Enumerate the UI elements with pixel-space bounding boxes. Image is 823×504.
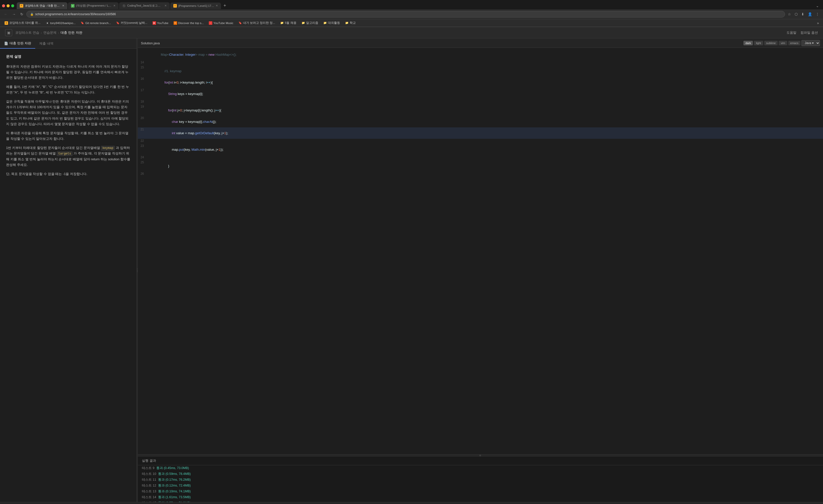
tab-favicon-2: V xyxy=(71,4,74,8)
breadcrumb-item-2[interactable]: 연습문제 xyxy=(43,30,56,35)
line-num-15: 15 xyxy=(138,66,148,69)
download-button[interactable]: ⬇ xyxy=(800,11,806,17)
bookmark-label-3: Git remote branch... xyxy=(85,21,111,25)
forward-button[interactable]: → xyxy=(11,11,17,17)
s-math: Math xyxy=(192,148,199,152)
bookmark-yt-music[interactable]: ♪ YouTube Music xyxy=(207,20,235,26)
line-num-23: 23 xyxy=(138,144,148,148)
tab-title-1: 코딩테스트 연습 - 대충 만든 자판 xyxy=(25,4,60,8)
tab-submissions[interactable]: 제출 내역 xyxy=(35,38,57,48)
code-line-24: 24 xyxy=(138,155,823,160)
help-button[interactable]: 도움말 xyxy=(787,30,796,35)
bookmark-star-button[interactable]: ☆ xyxy=(787,11,792,17)
menu-button[interactable]: ⋮ xyxy=(814,11,820,17)
theme-light-button[interactable]: light xyxy=(754,41,763,45)
breadcrumb-item-1[interactable]: 코딩테스트 연습 xyxy=(15,30,39,35)
tab-overflow-button[interactable]: ⌄ xyxy=(814,3,821,9)
s2: Integer xyxy=(185,53,195,56)
bookmark-4[interactable]: 🔖 커밋(commit) 날짜... xyxy=(114,20,150,26)
line-content-23: map.put(key, Math.min(value, j+1)); xyxy=(148,144,823,155)
back-button[interactable]: ← xyxy=(3,11,9,17)
bookmark-3[interactable]: 🔖 Git remote branch... xyxy=(78,20,113,25)
editor-panel: Solution.java dark light sublime vim ema… xyxy=(138,38,823,502)
s-var-i: i= xyxy=(173,80,176,84)
maximize-button[interactable] xyxy=(11,4,14,7)
panel-divider-horizontal[interactable]: ≡ xyxy=(138,454,823,456)
minimize-button[interactable] xyxy=(7,4,10,7)
s-min: min xyxy=(200,148,205,152)
bookmark-label-notes: 내가 보려고 정리한 정... xyxy=(243,21,275,25)
bookmark-label-may: 5월 채용 xyxy=(285,21,297,25)
address-bar[interactable]: 🔒 school.programmers.co.kr/learn/courses… xyxy=(26,11,785,17)
tab-close-3[interactable]: ✕ xyxy=(164,4,167,7)
code-editor[interactable]: Map<Character, Integer> map = new HashMa… xyxy=(138,48,823,454)
code-line-16: 16 for(int i=0; i<keymap.length; i++){ xyxy=(138,77,823,88)
tab-4[interactable]: V [Programmers / Level1] 1788... ✕ xyxy=(170,3,221,9)
s-close2: )); xyxy=(220,148,223,152)
s-int-kw: int xyxy=(170,80,173,84)
bookmark-folder-school[interactable]: 📁 학교 xyxy=(343,20,358,26)
nav-actions: ☆ ⬡ ⬇ 👤 ⋮ xyxy=(787,11,820,17)
bookmark-youtube[interactable]: ▶ YouTube xyxy=(151,20,171,26)
bookmark-folder-may[interactable]: 📁 5월 채용 xyxy=(278,20,299,26)
bookmark-5[interactable]: D Discover the top s... xyxy=(172,20,206,26)
bookmark-notes[interactable]: 🔖 내가 보려고 정리한 정... xyxy=(236,20,277,26)
bookmark-1[interactable]: ● 코딩테스트 대비를 위... xyxy=(3,20,42,26)
line-num-22: 22 xyxy=(138,139,148,143)
tab-bar: P 코딩테스트 연습 - 대충 만든 자판 ✕ V (작성중) [Program… xyxy=(0,0,823,9)
s-op: ++ xyxy=(207,80,210,84)
tab-title-3: CodingTest_Java/프로그래머스/... xyxy=(127,4,163,8)
theme-sublime-button[interactable]: sublime xyxy=(764,41,778,45)
language-select[interactable]: Java ▾ xyxy=(802,40,820,46)
breadcrumb-sep-1: › xyxy=(41,31,42,35)
tab-close-2[interactable]: ✕ xyxy=(113,4,116,7)
tab-3[interactable]: ⚫ CodingTest_Java/프로그래머스/... ✕ xyxy=(119,2,170,9)
result-num-9: 테스트 9 xyxy=(142,466,154,470)
tab-close-1[interactable]: ✕ xyxy=(62,4,64,7)
theme-dark-button[interactable]: dark xyxy=(744,41,753,45)
bookmark-label-youtube: YouTube xyxy=(157,21,168,25)
reload-button[interactable]: ↻ xyxy=(19,11,25,17)
code-line-21: 21 int value = map.getOrDefault(key, j+1… xyxy=(138,128,823,139)
editor-filename: Solution.java xyxy=(141,41,743,45)
s-for2: for xyxy=(157,108,172,112)
app-header: ▣ 코딩테스트 연습 › 연습문제 › 대충 만든 자판 도움말 컴파일 옵션 xyxy=(0,27,823,38)
result-num-12: 테스트 12 xyxy=(142,484,156,487)
tab-problem[interactable]: 📄 대충 만든 자판 xyxy=(0,38,35,49)
compiler-options-button[interactable]: 컴파일 옵션 xyxy=(800,30,818,35)
line-content-22 xyxy=(148,139,823,143)
tab-2[interactable]: V (작성중) [Programmers / Level... ✕ xyxy=(68,2,119,9)
s-putargs: (key, xyxy=(184,148,192,152)
result-label-9: 통과 (0.45ms, 73.0MB) xyxy=(156,466,189,470)
bookmark-folder-algo[interactable]: 📁 알고리즘 xyxy=(300,20,320,26)
new-tab-button[interactable]: + xyxy=(221,2,228,9)
bookmark-label-4: 커밋(commit) 날짜... xyxy=(121,21,148,25)
result-item-15: 테스트 15 통과 (3.57ms, 71.3MB) xyxy=(138,500,823,502)
line-content-25: } xyxy=(148,160,823,172)
s-getOrDefault: getOrDefault xyxy=(195,131,214,135)
line-num-21: 21 xyxy=(138,128,148,131)
s-keys: keys = keymap[i]; xyxy=(177,92,203,96)
problem-para-6: 단, 목표 문자열을 작성할 수 없을 때는 -1을 저장합니다. xyxy=(6,171,131,177)
lock-icon: 🔒 xyxy=(30,13,34,16)
line-num-17: 17 xyxy=(138,88,148,92)
theme-vim-button[interactable]: vim xyxy=(779,41,787,45)
line-content-17: String keys = keymap[i]; xyxy=(148,88,823,99)
code-line-15: 15 //1. keymap xyxy=(138,65,823,77)
bookmark-folder-activity[interactable]: 📁 대외활동 xyxy=(321,20,342,26)
tab-close-4[interactable]: ✕ xyxy=(216,4,218,7)
result-num-11: 테스트 11 xyxy=(142,478,156,481)
line-num-25: 25 xyxy=(138,161,148,164)
extension-button[interactable]: ⬡ xyxy=(793,11,799,17)
s-minargs: (value, j+ xyxy=(205,148,218,152)
bookmark-2[interactable]: ● tony9402/baekjoo... xyxy=(43,20,77,26)
panel-divider-vertical[interactable] xyxy=(137,38,138,502)
problem-text: 휴대폰의 자판은 컴퓨터 키보드 자판과는 다르게 하나의 키에 여러 개의 문… xyxy=(6,64,131,177)
tab-1[interactable]: P 코딩테스트 연습 - 대충 만든 자판 ✕ xyxy=(17,2,67,9)
s-comment-keymap: //1. keymap xyxy=(157,69,181,73)
profile-button[interactable]: 👤 xyxy=(807,11,813,17)
theme-emacs-button[interactable]: emacs xyxy=(788,41,800,45)
close-button[interactable] xyxy=(2,4,5,7)
line-content-24 xyxy=(148,155,823,159)
bookmarks-more-button[interactable]: » xyxy=(815,20,820,26)
